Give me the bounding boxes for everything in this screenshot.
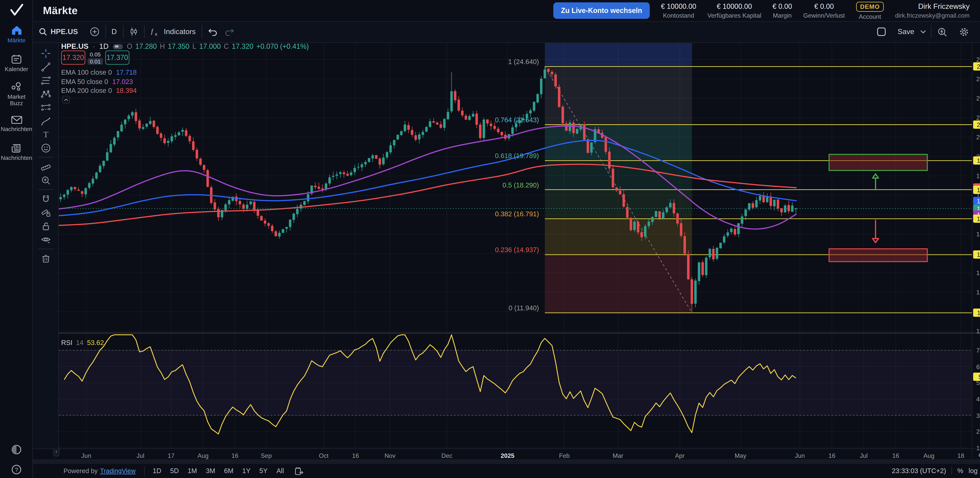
save-button[interactable]: Save [892, 22, 920, 43]
rsi-tick: 60.00 [976, 363, 980, 370]
price-tag: 18.290 [973, 186, 980, 194]
indicator-legend-ema200: EMA 200 close 018.394 [61, 87, 137, 94]
time-tick: Apr [675, 452, 685, 459]
range-buttons: 1D5D1M3M6M1Y5YAll [145, 466, 292, 475]
tool-hide-all[interactable] [37, 233, 54, 246]
time-tick: Dec [441, 452, 452, 459]
clock[interactable]: 23:33:03 (UTC+2) [892, 467, 946, 474]
redo-button[interactable] [223, 22, 240, 43]
compare-plus-icon [90, 27, 99, 37]
range-1y[interactable]: 1Y [240, 466, 253, 475]
chart-settings-button[interactable] [953, 22, 975, 43]
layout-button[interactable] [871, 22, 892, 43]
go-to-date-button[interactable] [292, 464, 306, 478]
tool-xabcd-pattern[interactable] [37, 87, 54, 101]
fib-level-label: 0.382 (16.791) [422, 211, 539, 218]
time-tick: 16 [231, 452, 238, 459]
calendar-icon [11, 54, 22, 64]
help-button[interactable]: ? [0, 464, 33, 475]
chart-canvas[interactable] [0, 0, 980, 478]
indicators-button[interactable]: fx Indicators [145, 22, 202, 43]
hexagon-icon [978, 451, 980, 460]
time-tick: 16 [829, 452, 835, 459]
quick-search-button[interactable] [931, 22, 953, 43]
rsi-value-tag: 53.62 [973, 373, 980, 381]
range-3m[interactable]: 3M [204, 466, 218, 475]
home-icon [11, 25, 22, 35]
buy-button[interactable]: 17.370 [105, 51, 129, 65]
rsi-legend: RSI 14 53.62 [61, 339, 104, 346]
fib-level-label: 0 (11.940) [422, 305, 539, 312]
snapshot-button[interactable] [975, 22, 980, 43]
price-tag: 11.940 [973, 309, 980, 317]
text-icon: T [40, 129, 51, 140]
redo-icon [224, 28, 234, 36]
time-tick: Nov [385, 452, 396, 459]
source-toggle[interactable] [113, 44, 123, 49]
sidebar-item-kalender[interactable]: Kalender [0, 54, 33, 72]
sidebar-item-nachrichten-news[interactable]: Nachrichten [0, 143, 33, 161]
sidebar-item-nachrichten-mail[interactable]: Nachrichten [0, 116, 33, 132]
tool-zoom-in[interactable] [37, 173, 54, 187]
price-tag: 14.937 [973, 251, 980, 259]
ruler-icon [40, 161, 51, 172]
bubbles-icon [11, 82, 22, 92]
app-sidebar: Märkte Kalender Market Buzz Nachrichten … [0, 0, 33, 478]
sidebar-item-maerkte[interactable]: Märkte [0, 25, 33, 43]
stat-gewinn-verlust: € 0.00 Gewinn/Verlust [803, 3, 845, 19]
undo-button[interactable] [202, 22, 223, 43]
percent-scale-button[interactable]: % [957, 467, 963, 474]
rsi-tick: 40.00 [976, 395, 980, 403]
tool-lock-all[interactable] [37, 219, 54, 233]
sidebar-item-market-buzz[interactable]: Market Buzz [0, 82, 33, 106]
chart-style-button[interactable] [123, 22, 144, 43]
chevron-down-icon [920, 30, 926, 34]
range-1d[interactable]: 1D [150, 466, 164, 475]
switch-to-live-button[interactable]: Zu Live-Konto wechseln [553, 3, 650, 19]
tool-fib-retracement[interactable] [37, 74, 54, 87]
save-menu-button[interactable] [920, 22, 931, 43]
tool-trend-line[interactable] [37, 60, 54, 74]
remove-all-icon [40, 253, 51, 264]
tool-projection[interactable] [37, 101, 54, 114]
tool-remove-all[interactable] [37, 252, 54, 265]
range-1m[interactable]: 1M [185, 466, 199, 475]
tradingview-link[interactable]: TradingView [100, 467, 136, 474]
legend-collapse-button[interactable] [62, 96, 70, 103]
tool-text[interactable]: T [37, 128, 54, 141]
legend-interval: 1D [99, 42, 108, 51]
indicator-legend-ema50: EMA 50 close 017.023 [61, 78, 133, 85]
theme-toggle[interactable] [0, 444, 33, 455]
price-tick: 14.000 [976, 269, 980, 276]
rsi-tick: 30.00 [976, 412, 980, 419]
sell-button[interactable]: 17.320 [61, 51, 85, 65]
time-axis[interactable]: JunJul17Aug16SepOct16NovDec2025FebMarApr… [33, 448, 980, 463]
fib-level-label: 1 (24.640) [422, 59, 539, 65]
range-6m[interactable]: 6M [222, 466, 236, 475]
svg-text:f: f [151, 28, 153, 35]
range-all[interactable]: All [274, 466, 286, 475]
tool-magnet[interactable] [37, 192, 54, 206]
symbol-search-button[interactable]: HPE.US [33, 22, 84, 43]
pane-separator[interactable] [33, 332, 980, 335]
tool-brush[interactable] [37, 114, 54, 128]
price-tag: 21.643 [973, 121, 980, 129]
tool-drawing-mode[interactable] [37, 206, 54, 219]
time-tick: Jul [137, 452, 144, 459]
tool-emoji[interactable] [37, 141, 54, 155]
interval-button[interactable]: D [106, 22, 123, 43]
indicator-legend-ema100: EMA 100 close 017.718 [61, 69, 137, 76]
tool-ruler[interactable] [37, 160, 54, 173]
price-tick: 22.000 [976, 114, 980, 121]
stat-kontostand: € 10000.00 Kontostand [661, 3, 696, 19]
tool-crosshair[interactable] [37, 47, 54, 60]
compare-add-button[interactable] [84, 22, 105, 43]
range-5y[interactable]: 5Y [257, 466, 270, 475]
legend-symbol: HPE.US [61, 42, 89, 51]
axis-settings-button[interactable] [978, 451, 980, 460]
price-axis[interactable]: 26.00025.00024.00023.00022.00021.00020.0… [972, 43, 980, 448]
time-tick: Aug [923, 452, 934, 459]
log-scale-button[interactable]: log [969, 467, 978, 474]
time-tick: Feb [559, 452, 570, 459]
range-5d[interactable]: 5D [168, 466, 181, 475]
